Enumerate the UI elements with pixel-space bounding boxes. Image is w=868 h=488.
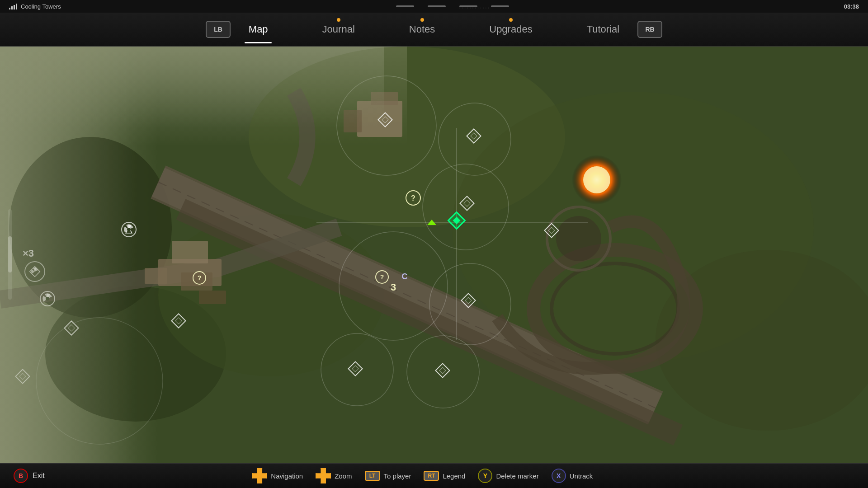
tab-journal[interactable]: Journal bbox=[295, 19, 382, 40]
svg-text:?: ? bbox=[198, 274, 202, 282]
legend-control: RT Legend bbox=[424, 471, 465, 481]
lt-button[interactable]: LT bbox=[365, 471, 380, 481]
status-center: ············ bbox=[396, 5, 509, 7]
delete-marker-label: Delete marker bbox=[496, 472, 538, 480]
status-time: 03:38 bbox=[844, 3, 859, 10]
zoom-control: Zoom bbox=[316, 468, 352, 483]
notes-dot-indicator bbox=[420, 18, 424, 22]
untrack-control: X Untrack bbox=[552, 469, 593, 483]
status-left: Cooling Towers bbox=[9, 3, 61, 10]
app-title: Cooling Towers bbox=[21, 3, 61, 10]
dpad-navigation-icon bbox=[252, 468, 267, 483]
bottom-bar: B Exit Navigation Zoom LT To player RT L… bbox=[0, 463, 868, 488]
rt-button[interactable]: RT bbox=[424, 471, 439, 481]
svg-rect-15 bbox=[172, 241, 208, 263]
exit-label: Exit bbox=[33, 472, 45, 480]
map-svg: ? ? ? 3 C bbox=[0, 47, 868, 463]
to-player-label: To player bbox=[384, 472, 411, 480]
y-button[interactable]: Y bbox=[478, 469, 492, 483]
nav-bar: LB Map Journal Notes Upgrades Tutorial R… bbox=[0, 13, 868, 47]
nav-tabs: Map Journal Notes Upgrades Tutorial bbox=[231, 19, 637, 40]
navigation-control: Navigation bbox=[252, 468, 303, 483]
legend-label: Legend bbox=[443, 472, 465, 480]
tab-tutorial[interactable]: Tutorial bbox=[560, 19, 647, 40]
exit-control: B Exit bbox=[14, 469, 45, 483]
to-player-control: LT To player bbox=[365, 471, 411, 481]
tab-upgrades[interactable]: Upgrades bbox=[462, 19, 559, 40]
status-dots: ············ bbox=[459, 5, 477, 7]
dpad-zoom-icon bbox=[316, 468, 331, 483]
x-button[interactable]: X bbox=[552, 469, 566, 483]
svg-rect-75 bbox=[0, 47, 384, 128]
map-area[interactable]: ? ? ? 3 C bbox=[0, 47, 868, 463]
zoom-label: Zoom bbox=[335, 472, 352, 480]
delete-marker-control: Y Delete marker bbox=[478, 469, 538, 483]
journal-dot-indicator bbox=[337, 18, 340, 22]
tab-map[interactable]: Map bbox=[222, 19, 295, 40]
svg-text:C: C bbox=[402, 272, 408, 281]
navigation-label: Navigation bbox=[271, 472, 303, 480]
svg-rect-16 bbox=[181, 272, 212, 291]
svg-rect-18 bbox=[199, 291, 226, 304]
bottom-controls: Navigation Zoom LT To player RT Legend Y… bbox=[252, 468, 593, 483]
svg-point-22 bbox=[583, 166, 610, 193]
status-bar: Cooling Towers ············ 03:38 bbox=[0, 0, 868, 13]
b-button[interactable]: B bbox=[14, 469, 28, 483]
upgrades-dot-indicator bbox=[509, 18, 513, 22]
svg-text:?: ? bbox=[411, 194, 415, 202]
svg-text:3: 3 bbox=[391, 282, 396, 293]
svg-rect-17 bbox=[145, 268, 167, 284]
signal-icon bbox=[9, 3, 17, 9]
tab-notes[interactable]: Notes bbox=[382, 19, 462, 40]
untrack-label: Untrack bbox=[570, 472, 593, 480]
svg-text:?: ? bbox=[380, 273, 384, 281]
